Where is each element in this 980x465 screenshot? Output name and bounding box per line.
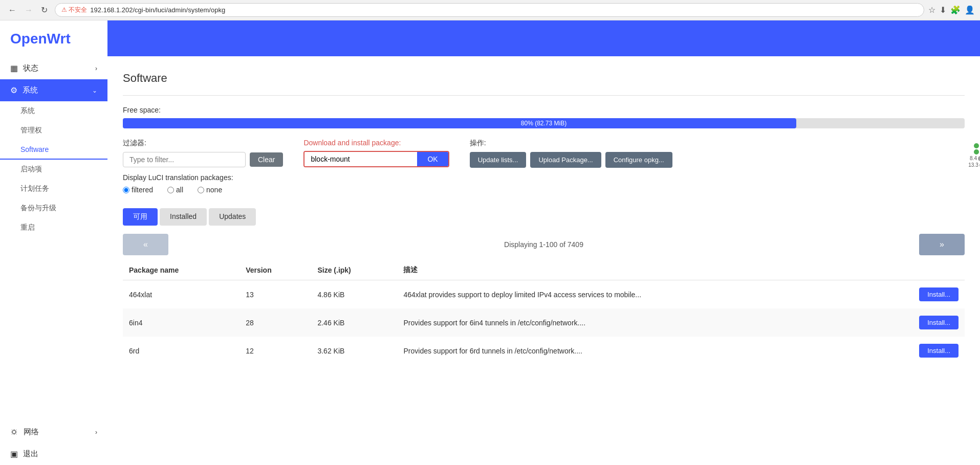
upload-package-button[interactable]: Upload Package... [530, 152, 601, 168]
install-button[interactable]: Install... [919, 287, 959, 301]
free-space-label: Free space: [123, 106, 965, 114]
sidebar-item-status[interactable]: ▦ 状态 › [0, 57, 107, 79]
actions-buttons: Update lists... Upload Package... Config… [470, 152, 672, 168]
scroll-dot [974, 149, 979, 154]
prev-page-button[interactable]: « [123, 234, 168, 255]
cell-description: Provides support for 6rd tunnels in /etc… [397, 337, 867, 365]
radio-all[interactable]: all [167, 186, 183, 194]
profile-icon[interactable]: 👤 [965, 5, 975, 15]
main-content: Software Free space: 80% (82.73 MiB) 过滤器… [107, 20, 980, 465]
tab-updates[interactable]: Updates [209, 208, 256, 226]
logo: OpenWrt [0, 20, 107, 57]
system-icon: ⚙ [10, 85, 17, 95]
tabs-row: 可用 Installed Updates [123, 208, 965, 226]
chevron-down-icon: ⌄ [92, 87, 97, 94]
table-row: 6rd 12 3.62 KiB Provides support for 6rd… [123, 337, 965, 365]
install-button[interactable]: Install... [919, 344, 959, 358]
radio-none[interactable]: none [198, 186, 222, 194]
configure-opkg-button[interactable]: Configure opkg... [605, 152, 672, 168]
filter-section: 过滤器: Clear Display LuCI translation pack… [123, 139, 283, 198]
chevron-right-icon: › [95, 65, 97, 72]
scroll-dot [978, 156, 980, 161]
actions-label: 操作: [470, 139, 672, 148]
scroll-dot [974, 143, 979, 148]
cell-action: Install... [867, 280, 965, 309]
filter-label: 过滤器: [123, 139, 283, 148]
cell-version: 13 [239, 280, 311, 309]
free-space-progress-bar: 80% (82.73 MiB) [123, 118, 965, 128]
top-header [107, 20, 980, 56]
cell-package-name: 6in4 [123, 308, 239, 337]
sidebar-item-backup[interactable]: 备份与升级 [0, 198, 107, 218]
sidebar-item-software[interactable]: Software [0, 140, 107, 160]
logout-icon: ▣ [10, 449, 18, 459]
cell-size: 3.62 KiB [311, 337, 397, 365]
download-input-row: OK [303, 151, 449, 167]
sidebar-item-network-label: 网络 [24, 427, 39, 437]
cell-version: 28 [239, 308, 311, 337]
cell-description: Provides support for 6in4 tunnels in /et… [397, 308, 867, 337]
download-icon[interactable]: ⬇ [940, 5, 946, 15]
radio-filtered[interactable]: filtered [123, 186, 153, 194]
url-display: 192.168.1.202/cgi-bin/luci/admin/system/… [90, 6, 918, 14]
col-description: 描述 [397, 260, 867, 280]
col-version: Version [239, 260, 311, 280]
col-package-name: Package name [123, 260, 239, 280]
cell-action: Install... [867, 337, 965, 365]
filter-input[interactable] [123, 152, 246, 167]
clear-button[interactable]: Clear [250, 152, 283, 167]
sidebar-item-logout-label: 退出 [23, 449, 38, 459]
cell-action: Install... [867, 308, 965, 337]
radio-none-input[interactable] [198, 187, 204, 193]
progress-bar-text: 80% (82.73 MiB) [521, 120, 567, 127]
page-title: Software [123, 72, 965, 85]
download-input[interactable] [304, 152, 417, 166]
tab-available[interactable]: 可用 [123, 208, 158, 226]
radio-filtered-label: filtered [132, 186, 153, 194]
radio-group: filtered all none [123, 186, 283, 198]
sidebar: OpenWrt ▦ 状态 › ⚙ 系统 ⌄ 系统 管理权 Software 启动… [0, 20, 107, 465]
update-lists-button[interactable]: Update lists... [470, 152, 527, 168]
next-page-button[interactable]: » [919, 234, 965, 255]
install-button[interactable]: Install... [919, 316, 959, 329]
status-icon: ▦ [10, 63, 18, 73]
reload-button[interactable]: ↻ [38, 4, 51, 16]
extensions-icon[interactable]: 🧩 [950, 5, 961, 15]
sidebar-item-scheduled[interactable]: 计划任务 [0, 179, 107, 198]
sidebar-item-system[interactable]: ⚙ 系统 ⌄ [0, 79, 107, 101]
tab-installed[interactable]: Installed [160, 208, 207, 226]
ok-button[interactable]: OK [417, 152, 448, 166]
browser-actions: ☆ ⬇ 🧩 👤 [928, 5, 975, 15]
network-icon: ⛭ [10, 428, 18, 437]
address-bar[interactable]: ⚠ 不安全 192.168.1.202/cgi-bin/luci/admin/s… [55, 3, 924, 17]
radio-all-input[interactable] [167, 187, 174, 193]
sidebar-item-admin[interactable]: 管理权 [0, 121, 107, 140]
forward-button[interactable]: → [21, 4, 36, 16]
browser-navigation: ← → ↻ [5, 4, 51, 16]
sidebar-item-network[interactable]: ⛭ 网络 › [0, 421, 107, 443]
translation-section: Display LuCI translation packages: filte… [123, 173, 283, 198]
sidebar-item-system-sub[interactable]: 系统 [0, 101, 107, 121]
content-area: Software Free space: 80% (82.73 MiB) 过滤器… [107, 56, 980, 465]
content-card: Software Free space: 80% (82.73 MiB) 过滤器… [107, 56, 980, 465]
table-navigation: « Displaying 1-100 of 7409 » [123, 234, 965, 255]
back-button[interactable]: ← [5, 4, 19, 16]
filter-input-row: Clear [123, 152, 283, 167]
bookmark-icon[interactable]: ☆ [928, 5, 935, 15]
app-layout: OpenWrt ▦ 状态 › ⚙ 系统 ⌄ 系统 管理权 Software 启动… [0, 20, 980, 465]
page-info: Displaying 1-100 of 7409 [504, 240, 583, 249]
cell-package-name: 6rd [123, 337, 239, 365]
controls-row: 过滤器: Clear Display LuCI translation pack… [123, 139, 965, 198]
sidebar-item-logout[interactable]: ▣ 退出 [0, 443, 107, 465]
radio-filtered-input[interactable] [123, 187, 129, 193]
sidebar-item-startup[interactable]: 启动项 [0, 160, 107, 179]
cell-package-name: 464xlat [123, 280, 239, 309]
radio-all-label: all [176, 186, 183, 194]
table-row: 464xlat 13 4.86 KiB 464xlat provides sup… [123, 280, 965, 309]
cell-size: 4.86 KiB [311, 280, 397, 309]
logo-text: OpenWrt [10, 31, 71, 47]
sidebar-item-reboot[interactable]: 重启 [0, 218, 107, 237]
cell-version: 12 [239, 337, 311, 365]
download-label: Download and install package: [303, 139, 449, 147]
download-section: Download and install package: OK [303, 139, 449, 167]
